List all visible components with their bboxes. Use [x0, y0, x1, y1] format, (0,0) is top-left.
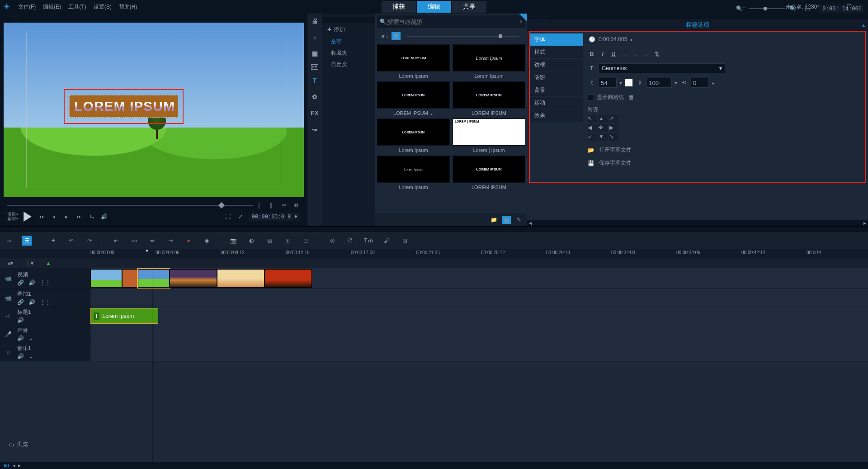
fit-icon[interactable]: ⛶ [802, 4, 812, 14]
opt-tab-style[interactable]: 样式 [530, 46, 583, 58]
menu-tool[interactable]: 工具(T) [68, 3, 86, 11]
grid-view-icon[interactable]: ▤ [392, 32, 401, 40]
library-thumb[interactable]: LOREM IPSUM [377, 118, 450, 146]
track-opts-icon[interactable]: ⋮▾ [24, 258, 34, 268]
fullscreen-icon[interactable]: ⤢ [236, 213, 245, 221]
scroll-left-icon[interactable]: ◂ [13, 462, 15, 469]
keyframe-icon[interactable]: ◆ [202, 236, 212, 246]
overlay-track[interactable] [90, 289, 868, 307]
align-center-icon[interactable]: ≡ [631, 50, 639, 58]
overlay-tool-icon[interactable]: AB [311, 64, 318, 70]
mark-in-icon[interactable]: 〚 [257, 201, 265, 209]
lock-icon[interactable]: ⋮⋮ [40, 280, 51, 286]
mute-icon[interactable]: 🔊 [17, 335, 24, 341]
lock-icon[interactable]: ⋮⋮ [40, 299, 51, 305]
italic-button[interactable]: I [599, 50, 607, 58]
tab-edit[interactable]: 编辑 [417, 1, 451, 13]
align-mr[interactable]: ▶ [609, 124, 618, 132]
tools-icon[interactable]: ✦ [48, 236, 58, 246]
slip-icon[interactable]: ⇔ [147, 236, 157, 246]
opt-tab-border[interactable]: 边框 [530, 59, 583, 71]
opt-tab-font[interactable]: 字体 [530, 33, 583, 46]
underline-button[interactable]: U [609, 50, 618, 58]
next-frame-icon[interactable]: ▸ [62, 213, 71, 221]
library-thumb[interactable]: LOREM IPSUM [377, 44, 450, 71]
scroll-left-icon[interactable]: ◂ [529, 220, 532, 226]
mark-out-icon[interactable]: 〛 [269, 201, 277, 209]
video-clip[interactable] [138, 269, 170, 288]
scrub-slider[interactable] [7, 205, 253, 206]
title-track[interactable]: T Lorem Ipsum [90, 307, 868, 325]
list-view-icon[interactable]: 📁 [489, 216, 498, 224]
library-thumb[interactable]: LOREM | IPSUM [453, 118, 525, 146]
font-size-input[interactable] [599, 78, 617, 88]
opt-tab-shadow[interactable]: 阴影 [530, 71, 583, 84]
tab-share[interactable]: 共享 [452, 1, 486, 13]
panel-grip-icon[interactable]: :::::: [322, 17, 375, 23]
color-swatch[interactable] [625, 79, 633, 87]
search-input[interactable] [387, 19, 519, 25]
save-subtitle-button[interactable]: 💾 保存字幕文件 [588, 156, 865, 170]
opt-tab-fx[interactable]: 效果 [530, 109, 583, 122]
library-thumb[interactable]: LOREM IPSUM [453, 81, 525, 109]
title-clip[interactable]: T Lorem Ipsum [90, 308, 158, 324]
volume-icon[interactable]: 🔊 [100, 213, 108, 221]
video-track[interactable] [90, 268, 868, 289]
video-clip[interactable] [217, 269, 264, 288]
track-menu-icon[interactable]: ≡▾ [5, 258, 15, 268]
3d-title-icon[interactable]: T₃ᴅ [363, 236, 373, 246]
multi-cam-icon[interactable]: ▦ [264, 236, 274, 246]
scroll-up-icon[interactable]: ▲ [43, 258, 53, 268]
library-thumb[interactable]: Lorem Ipsum [377, 156, 450, 183]
thumb-view-icon[interactable]: ▦ [502, 216, 511, 224]
undo-icon[interactable]: ↶ [66, 236, 76, 246]
fx-tool-icon[interactable]: FX [309, 108, 320, 118]
fav-filter-icon[interactable]: ★₊ [380, 32, 389, 40]
scroll-right-icon[interactable]: ▸ [863, 220, 866, 226]
stepper-icon[interactable]: ⬥ [712, 80, 715, 86]
dropdown-icon[interactable]: ▾ [675, 80, 677, 86]
tree-item-fav[interactable]: 收藏夹 [322, 47, 375, 59]
collapse-icon[interactable]: ▴ [862, 22, 865, 28]
link-icon[interactable]: 🔗 [17, 299, 24, 305]
track-icon[interactable]: ⊡ [301, 236, 311, 246]
redo-icon[interactable]: ↷ [85, 236, 94, 246]
media-tool-icon[interactable]: 🖨 [309, 15, 320, 26]
grid-icon[interactable]: ⊞ [283, 236, 292, 246]
align-tl[interactable]: ↖ [588, 115, 597, 123]
timeline-duration[interactable]: 0:00: 14:000 [820, 5, 864, 13]
scroll-right-icon[interactable]: ▸ [18, 462, 21, 469]
library-thumb[interactable]: Lorem Ipsum [453, 44, 525, 71]
playhead[interactable] [153, 268, 153, 462]
graphic-tool-icon[interactable]: ✿ [309, 91, 320, 102]
tree-item-custom[interactable]: 自定义 [322, 59, 375, 70]
title-text[interactable]: LOREM IPSUM [74, 99, 175, 114]
music-track[interactable] [90, 343, 868, 361]
preview-timecode[interactable]: 00:00:03:0|8 ♦ [249, 213, 300, 221]
tab-capture[interactable]: 捕获 [382, 1, 416, 13]
library-thumb[interactable]: LOREM IPSUM [453, 156, 525, 183]
mute-icon[interactable]: 🔊 [17, 317, 24, 323]
mute-icon[interactable]: 🔊 [28, 299, 35, 305]
align-br[interactable]: ↘ [609, 133, 618, 141]
opt-tab-bg[interactable]: 背景 [530, 84, 583, 96]
storyboard-view-icon[interactable]: ▭ [4, 236, 14, 246]
zoom-slider[interactable] [749, 8, 785, 9]
mute-icon[interactable]: 🔊 [28, 280, 35, 286]
zoom-in-icon[interactable]: 🔍⁺ [789, 4, 799, 14]
pan-zoom-icon[interactable]: ◎ [327, 236, 337, 246]
link-icon[interactable]: 🔗 [17, 280, 24, 286]
align-bc[interactable]: ▼ [599, 133, 608, 141]
go-end-icon[interactable]: ⏭ [75, 213, 83, 221]
clip-mode-label[interactable]: 素材• [7, 217, 18, 221]
panel-grip-icon[interactable]: :::::::: [0, 14, 307, 19]
zoom-out-icon[interactable]: 🔍⁻ [736, 4, 745, 14]
snapshot-icon[interactable]: ⧉ [292, 201, 300, 209]
edit-view-icon[interactable]: ✎ [514, 216, 524, 224]
trim-start-icon[interactable]: ⇤ [111, 236, 121, 246]
line-height-input[interactable] [646, 78, 672, 88]
show-grid-checkbox[interactable] [588, 94, 594, 100]
prev-frame-icon[interactable]: ◂ [50, 213, 58, 221]
tree-item-all[interactable]: 全部 [322, 36, 375, 47]
panel-grip-icon[interactable]: :::::::: [527, 14, 868, 19]
